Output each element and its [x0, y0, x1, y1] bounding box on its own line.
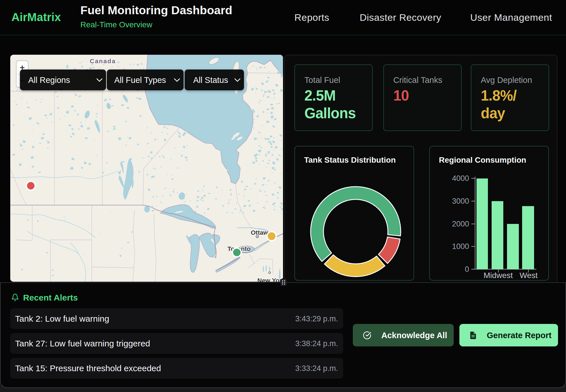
- svg-text:Canada: Canada: [90, 58, 116, 65]
- svg-text:Midwest: Midwest: [484, 271, 513, 280]
- svg-text:4000: 4000: [452, 174, 469, 183]
- svg-text:West: West: [520, 271, 538, 280]
- svg-text:3000: 3000: [452, 197, 469, 205]
- svg-text:0: 0: [465, 265, 469, 273]
- svg-text:2000: 2000: [452, 220, 469, 228]
- svg-text:1000: 1000: [452, 242, 469, 251]
- svg-text:New York: New York: [257, 277, 283, 282]
